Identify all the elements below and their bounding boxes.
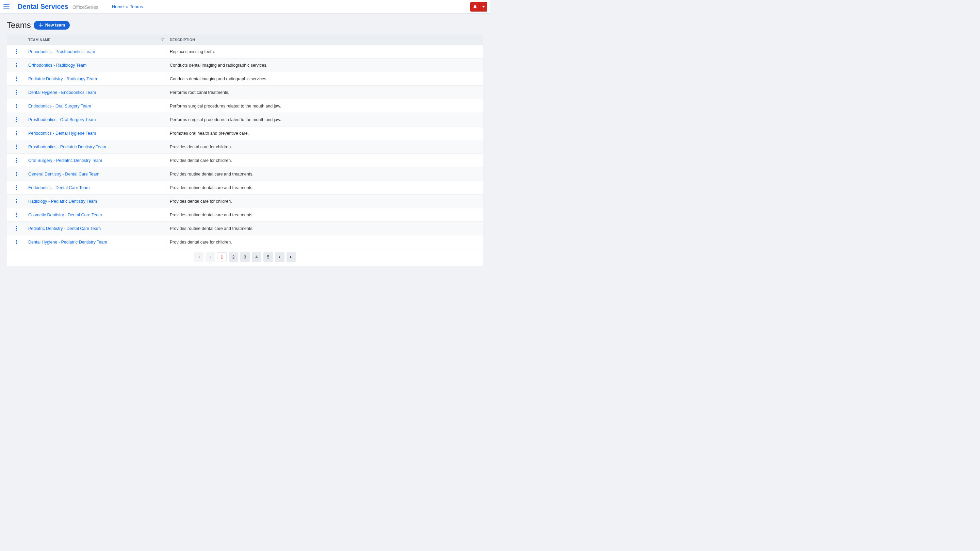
row-name-cell: General Dentistry - Dental Care Team xyxy=(26,167,167,181)
team-link[interactable]: General Dentistry - Dental Care Team xyxy=(28,172,99,176)
row-menu-button[interactable] xyxy=(14,197,19,205)
team-link[interactable]: Orthodontics - Radiology Team xyxy=(28,63,86,68)
row-name-cell: Periodontics - Prosthodontics Team xyxy=(26,45,167,58)
row-description-cell: Provides routine dental care and treatme… xyxy=(167,226,483,231)
row-menu-button[interactable] xyxy=(14,156,19,165)
row-name-cell: Endodontics - Dental Care Team xyxy=(26,181,167,194)
row-actions xyxy=(7,154,26,167)
column-name-label: TEAM NAME xyxy=(28,38,50,42)
row-name-cell: Endodontics - Oral Surgery Team xyxy=(26,99,167,113)
team-link[interactable]: Radiology - Pediatric Dentistry Team xyxy=(28,199,97,204)
row-menu-button[interactable] xyxy=(14,61,19,69)
table-row: Periodontics - Prosthodontics TeamReplac… xyxy=(7,44,483,58)
breadcrumb-current[interactable]: Teams xyxy=(130,4,143,9)
caret-down-icon xyxy=(482,5,485,8)
row-actions xyxy=(7,140,26,153)
row-description-cell: Performs surgical procedures related to … xyxy=(167,118,483,122)
row-actions xyxy=(7,86,26,99)
row-description-cell: Provides routine dental care and treatme… xyxy=(167,172,483,176)
column-description-label: DESCRIPTION xyxy=(170,38,195,42)
table-row: Endodontics - Oral Surgery TeamPerforms … xyxy=(7,99,483,113)
row-name-cell: Oral Surgery - Pediatric Dentistry Team xyxy=(26,154,167,167)
team-link[interactable]: Periodontics - Prosthodontics Team xyxy=(28,49,95,54)
row-name-cell: Prosthodontics - Oral Surgery Team xyxy=(26,113,167,126)
brand: Dental Services OfficeSeries xyxy=(13,3,98,11)
page-body: Teams New team TEAM NAME DESCRIPTION Per… xyxy=(0,14,490,273)
filter-icon[interactable] xyxy=(160,37,164,42)
page-number-1[interactable]: 1 xyxy=(217,252,227,262)
hamburger-icon[interactable] xyxy=(3,5,10,9)
first-page-icon xyxy=(197,255,201,259)
row-description-cell: Performs surgical procedures related to … xyxy=(167,104,483,108)
team-link[interactable]: Pediatric Dentistry - Dental Care Team xyxy=(28,226,101,231)
page-number-2[interactable]: 2 xyxy=(229,252,238,262)
row-menu-button[interactable] xyxy=(14,88,19,97)
row-description-cell: Performs root canal treatments. xyxy=(167,90,483,95)
team-link[interactable]: Periodontics - Dental Hygiene Team xyxy=(28,131,96,136)
team-link[interactable]: Dental Hygiene - Pediatric Dentistry Tea… xyxy=(28,240,107,245)
row-actions xyxy=(7,45,26,58)
team-link[interactable]: Prosthodontics - Oral Surgery Team xyxy=(28,118,95,122)
bell-icon xyxy=(473,5,477,9)
breadcrumb-home[interactable]: Home xyxy=(112,4,124,9)
row-description-cell: Provides routine dental care and treatme… xyxy=(167,213,483,218)
team-link[interactable]: Endodontics - Dental Care Team xyxy=(28,185,89,190)
menu-toggle-wrap xyxy=(0,0,13,14)
row-menu-button[interactable] xyxy=(14,143,19,151)
notifications-dropdown-button[interactable] xyxy=(480,2,487,11)
row-actions xyxy=(7,167,26,181)
team-link[interactable]: Oral Surgery - Pediatric Dentistry Team xyxy=(28,158,102,163)
row-description-cell: Provides dental care for children. xyxy=(167,199,483,204)
row-menu-button[interactable] xyxy=(14,238,19,246)
team-link[interactable]: Pediatric Dentistry - Radiology Team xyxy=(28,76,97,81)
table-row: Dental Hygiene - Pediatric Dentistry Tea… xyxy=(7,235,483,249)
page-number-3[interactable]: 3 xyxy=(240,252,250,262)
last-page-icon xyxy=(289,255,293,259)
row-actions xyxy=(7,235,26,249)
chevron-left-icon xyxy=(208,255,212,259)
row-menu-button[interactable] xyxy=(14,211,19,219)
column-description-header[interactable]: DESCRIPTION xyxy=(167,38,483,42)
row-description-cell: Replaces missing teeth. xyxy=(167,49,483,54)
table-row: Pediatric Dentistry - Radiology TeamCond… xyxy=(7,72,483,86)
page-title: Teams xyxy=(7,21,31,30)
row-menu-button[interactable] xyxy=(14,47,19,56)
new-team-button[interactable]: New team xyxy=(34,21,70,30)
table-row: Prosthodontics - Oral Surgery TeamPerfor… xyxy=(7,113,483,126)
row-menu-button[interactable] xyxy=(14,115,19,124)
row-menu-button[interactable] xyxy=(14,224,19,233)
page-next-button[interactable] xyxy=(275,252,285,262)
team-link[interactable]: Endodontics - Oral Surgery Team xyxy=(28,104,91,108)
row-description-cell: Provides dental care for children. xyxy=(167,240,483,245)
breadcrumb: Home » Teams xyxy=(112,4,143,9)
row-menu-button[interactable] xyxy=(14,75,19,83)
grid-body: Periodontics - Prosthodontics TeamReplac… xyxy=(7,44,483,249)
row-menu-button[interactable] xyxy=(14,170,19,178)
page-number-4[interactable]: 4 xyxy=(252,252,261,262)
table-row: Oral Surgery - Pediatric Dentistry TeamP… xyxy=(7,153,483,167)
page-prev-button xyxy=(205,252,215,262)
team-link[interactable]: Cosmetic Dentistry - Dental Care Team xyxy=(28,213,102,218)
team-link[interactable]: Prosthodontics - Pediatric Dentistry Tea… xyxy=(28,144,106,149)
row-description-cell: Conducts dental imaging and radiographic… xyxy=(167,76,483,81)
row-description-cell: Provides dental care for children. xyxy=(167,158,483,163)
row-menu-button[interactable] xyxy=(14,102,19,110)
plus-icon xyxy=(38,23,43,27)
row-actions xyxy=(7,72,26,86)
page-first-button xyxy=(194,252,204,262)
brand-subtitle: OfficeSeries xyxy=(73,5,98,10)
row-menu-button[interactable] xyxy=(14,129,19,137)
team-link[interactable]: Dental Hygiene - Endodontics Team xyxy=(28,90,96,95)
row-menu-button[interactable] xyxy=(14,183,19,192)
page-number-5[interactable]: 5 xyxy=(263,252,273,262)
new-team-label: New team xyxy=(45,23,65,27)
notifications-button[interactable] xyxy=(470,2,480,11)
page-last-button[interactable] xyxy=(286,252,296,262)
teams-grid: TEAM NAME DESCRIPTION Periodontics - Pro… xyxy=(7,35,483,266)
row-name-cell: Dental Hygiene - Endodontics Team xyxy=(26,86,167,99)
table-row: Cosmetic Dentistry - Dental Care TeamPro… xyxy=(7,208,483,221)
table-row: Orthodontics - Radiology TeamConducts de… xyxy=(7,58,483,72)
column-name-header[interactable]: TEAM NAME xyxy=(26,37,167,42)
table-row: Periodontics - Dental Hygiene TeamPromot… xyxy=(7,126,483,140)
brand-title[interactable]: Dental Services xyxy=(18,3,68,11)
